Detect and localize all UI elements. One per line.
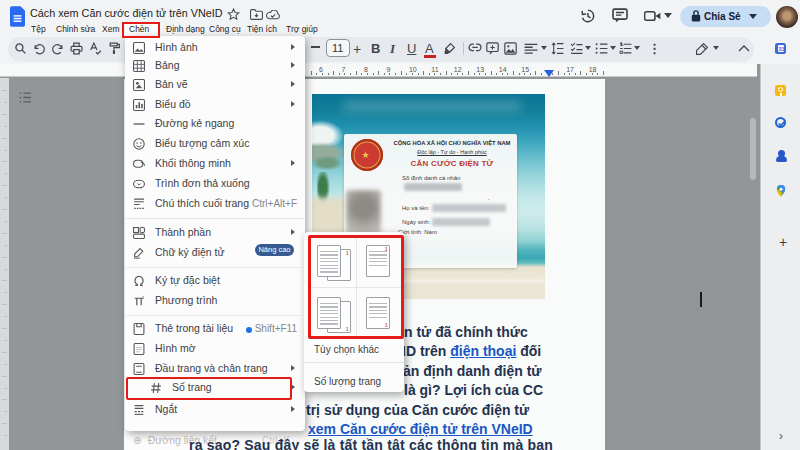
svg-text:2: 2 bbox=[142, 295, 145, 300]
